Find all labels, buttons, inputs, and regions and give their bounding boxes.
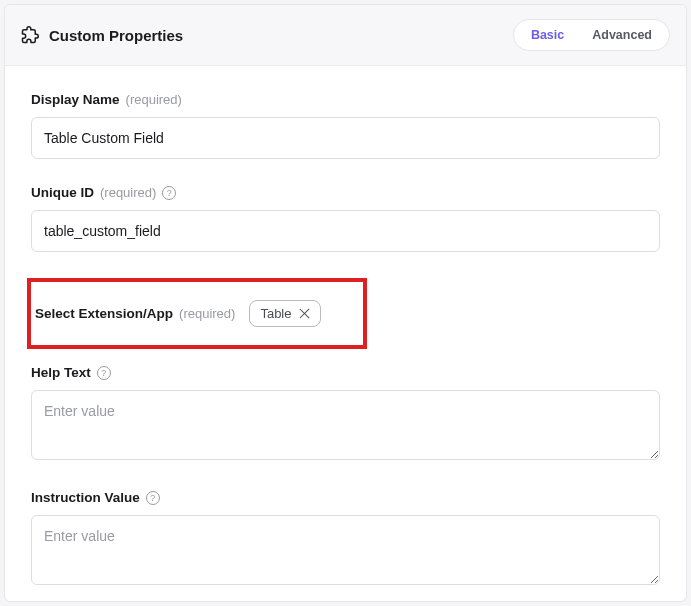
panel-header-left: Custom Properties — [21, 26, 183, 44]
select-extension-required: (required) — [179, 306, 235, 321]
instruction-value-label: Instruction Value — [31, 490, 140, 505]
select-extension-highlight: Select Extension/App (required) Table — [27, 278, 367, 349]
select-extension-label-row: Select Extension/App (required) Table — [35, 300, 321, 327]
panel-title: Custom Properties — [49, 27, 183, 44]
field-instruction-value: Instruction Value ? — [31, 490, 660, 589]
select-extension-label: Select Extension/App — [35, 306, 173, 321]
help-text-label: Help Text — [31, 365, 91, 380]
close-icon[interactable] — [299, 308, 310, 319]
custom-properties-panel: Custom Properties Basic Advanced Display… — [4, 4, 687, 602]
help-text-input[interactable] — [31, 390, 660, 460]
display-name-input[interactable] — [31, 117, 660, 159]
display-name-required: (required) — [126, 92, 182, 107]
mode-tabs: Basic Advanced — [513, 19, 670, 51]
tab-basic[interactable]: Basic — [517, 23, 578, 47]
help-icon[interactable]: ? — [162, 186, 176, 200]
instruction-value-input[interactable] — [31, 515, 660, 585]
field-help-text: Help Text ? — [31, 365, 660, 464]
unique-id-label: Unique ID — [31, 185, 94, 200]
panel-header: Custom Properties Basic Advanced — [5, 5, 686, 66]
display-name-label-row: Display Name (required) — [31, 92, 660, 107]
help-icon[interactable]: ? — [97, 366, 111, 380]
field-unique-id: Unique ID (required) ? — [31, 185, 660, 252]
extension-chip-label: Table — [260, 306, 291, 321]
unique-id-label-row: Unique ID (required) ? — [31, 185, 660, 200]
extension-chip[interactable]: Table — [249, 300, 321, 327]
display-name-label: Display Name — [31, 92, 120, 107]
tab-advanced[interactable]: Advanced — [578, 23, 666, 47]
unique-id-required: (required) — [100, 185, 156, 200]
panel-body: Display Name (required) Unique ID (requi… — [5, 66, 686, 589]
instruction-value-label-row: Instruction Value ? — [31, 490, 660, 505]
help-icon[interactable]: ? — [146, 491, 160, 505]
unique-id-input[interactable] — [31, 210, 660, 252]
help-text-label-row: Help Text ? — [31, 365, 660, 380]
extension-icon — [21, 26, 39, 44]
field-display-name: Display Name (required) — [31, 92, 660, 159]
